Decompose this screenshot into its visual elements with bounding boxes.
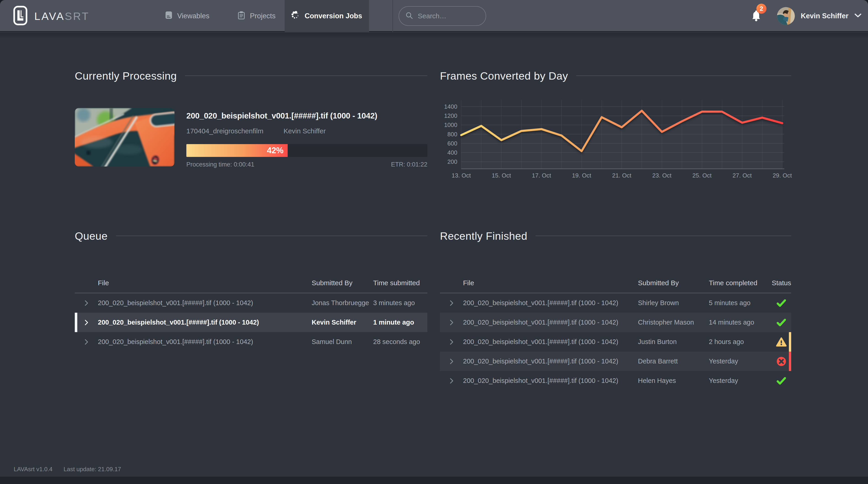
column-header-file: File [463,279,638,287]
section-title: Currently Processing [75,69,177,82]
row-file-name: 200_020_beispielshot_v001.[#####].tif (1… [98,338,312,345]
search-icon [405,12,413,20]
navbar-shadow [0,33,868,39]
lava-logo-icon [13,5,27,27]
row-file-name: 200_020_beispielshot_v001.[#####].tif (1… [463,377,638,385]
column-header-submitted-by: Submitted By [312,279,373,287]
row-file-name: 200_020_beispielshot_v001.[#####].tif (1… [463,319,638,326]
svg-text:15. Oct: 15. Oct [492,172,511,179]
window-bottom-band [0,477,868,484]
row-time: 3 minutes ago [373,299,427,307]
processing-thumbnail-image [75,108,175,167]
tab-conversion-jobs[interactable]: Conversion Jobs [285,0,368,32]
row-submitted-by: Christopher Mason [638,319,709,326]
brand[interactable]: LAVASRT [13,0,89,32]
notifications-button[interactable]: 2 [744,0,769,32]
error-cross-icon [777,357,786,366]
row-file-name: 200_020_beispielshot_v001.[#####].tif (1… [463,299,638,307]
tab-label: Conversion Jobs [305,12,362,20]
row-submitted-by: Justin Burton [638,338,709,345]
table-row[interactable]: 200_020_beispielshot_v001.[#####].tif (1… [75,293,427,313]
progress-bar-fill: 42% [186,144,288,157]
svg-text:1000: 1000 [444,121,457,128]
svg-text:27. Oct: 27. Oct [733,172,752,179]
processing-project-name: 170404_dreigroschenfilm [186,127,264,135]
row-expand-chevron-icon[interactable] [75,319,98,326]
user-menu[interactable]: Kevin Schiffer [777,0,862,32]
svg-text:800: 800 [447,131,457,138]
tab-viewables[interactable]: Viewables [165,0,210,32]
app-window: LAVASRT Viewables [0,0,868,477]
queue-table-body: 200_020_beispielshot_v001.[#####].tif (1… [75,293,427,352]
row-submitted-by: Helen Hayes [638,377,709,385]
section-title: Frames Converted by Day [440,69,568,82]
row-expand-chevron-icon[interactable] [440,300,463,306]
row-submitted-by: Kevin Schiffer [312,319,373,326]
column-header-submitted-by: Submitted By [638,279,709,287]
row-status [771,357,791,366]
row-file-name: 200_020_beispielshot_v001.[#####].tif (1… [98,319,312,326]
etr-label: ETR: 0:01:22 [391,161,427,168]
row-time: 5 minutes ago [709,299,771,307]
table-row[interactable]: 200_020_beispielshot_v001.[#####].tif (1… [440,371,791,390]
row-expand-chevron-icon[interactable] [75,300,98,306]
row-expand-chevron-icon[interactable] [440,339,463,345]
svg-text:19. Oct: 19. Oct [572,172,592,179]
row-submitted-by: Jonas Thorbruegge [312,299,373,307]
viewables-icon [165,11,172,21]
svg-text:1200: 1200 [444,112,457,119]
navbar-separator [368,0,369,32]
table-row[interactable]: 200_020_beispielshot_v001.[#####].tif (1… [75,313,427,332]
projects-icon [238,11,245,21]
svg-text:23. Oct: 23. Oct [652,172,672,179]
row-submitted-by: Shirley Brown [638,299,709,307]
row-file-name: 200_020_beispielshot_v001.[#####].tif (1… [98,299,312,307]
row-time: Yesterday [709,358,771,365]
row-submitted-by: Debra Barrett [638,358,709,365]
row-expand-chevron-icon[interactable] [75,339,98,345]
table-row[interactable]: 200_020_beispielshot_v001.[#####].tif (1… [440,352,791,371]
app-version-label: LAVAsrt v1.0.4 [14,466,53,473]
chevron-down-icon [854,13,862,19]
svg-text:600: 600 [447,140,457,147]
navbar-separator [392,0,393,32]
recently-finished-section: Recently Finished File Submitted By Time… [440,229,791,390]
row-status-edge-bar [789,352,791,371]
conversion-jobs-spinner-icon [291,11,300,21]
tab-label: Projects [250,12,276,20]
table-row[interactable]: 200_020_beispielshot_v001.[#####].tif (1… [440,313,791,332]
progress-bar: 42% [186,144,427,157]
section-rule [116,236,427,236]
svg-text:17. Oct: 17. Oct [532,172,551,179]
processing-file-name: 200_020_beispielshot_v001.[#####].tif (1… [186,111,427,120]
user-name: Kevin Schiffer [801,12,848,20]
search-box [399,6,486,26]
row-time: 1 minute ago [373,319,427,326]
row-submitted-by: Samuel Dunn [312,338,373,345]
queue-section: Queue File Submitted By Time submitted 2… [75,229,427,352]
tab-label: Viewables [177,12,210,20]
check-icon [776,377,786,385]
row-status-edge-bar [789,332,791,352]
row-expand-chevron-icon[interactable] [440,377,463,384]
table-row[interactable]: 200_020_beispielshot_v001.[#####].tif (1… [440,293,791,313]
column-header-file: File [98,279,312,287]
row-expand-chevron-icon[interactable] [440,319,463,326]
row-status [771,319,791,327]
table-row[interactable]: 200_020_beispielshot_v001.[#####].tif (1… [440,332,791,352]
queue-table-header: File Submitted By Time submitted [75,279,427,293]
frames-converted-line-chart: 20040060080010001200140013. Oct15. Oct17… [440,100,797,184]
tab-projects[interactable]: Projects [238,0,276,32]
brand-name: LAVASRT [34,10,89,23]
row-time: Yesterday [709,377,771,385]
section-title: Queue [75,230,108,242]
last-update-label: Last update: 21.09.17 [64,466,121,473]
check-icon [776,299,786,307]
svg-text:1400: 1400 [444,103,457,110]
table-row[interactable]: 200_020_beispielshot_v001.[#####].tif (1… [75,332,427,352]
row-expand-chevron-icon[interactable] [440,358,463,365]
row-status [771,299,791,307]
section-rule [185,75,427,76]
search-input[interactable] [418,12,483,20]
svg-text:21. Oct: 21. Oct [612,172,631,179]
